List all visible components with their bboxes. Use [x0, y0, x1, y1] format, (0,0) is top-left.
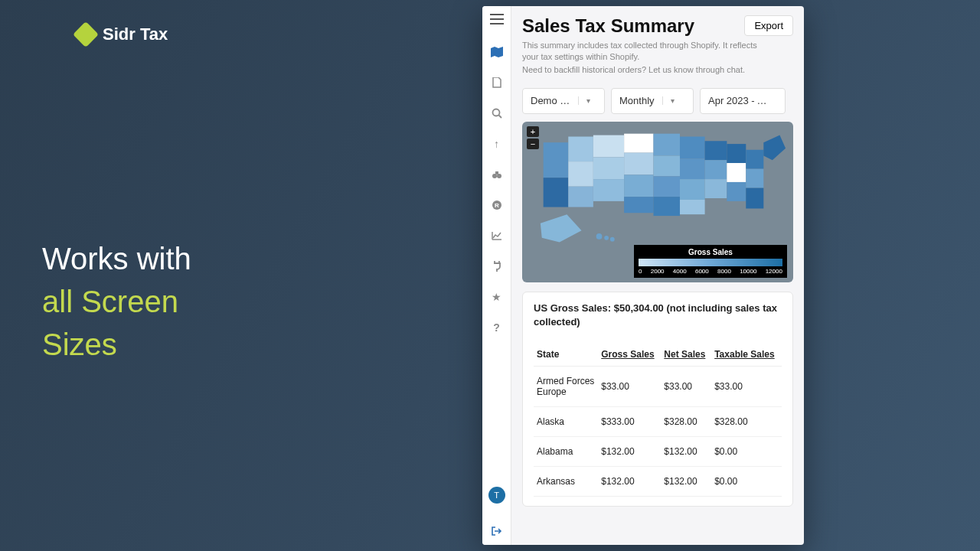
svg-rect-21	[653, 176, 680, 197]
app-viewport: ↑ R ★ ? T Sales Tax Summary Export This …	[482, 6, 804, 545]
svg-rect-26	[680, 200, 705, 214]
sidebar: ↑ R ★ ? T	[482, 6, 511, 545]
svg-point-39	[604, 236, 609, 240]
registered-icon[interactable]: R	[489, 197, 505, 213]
tagline-line1: Works with	[42, 242, 191, 276]
svg-rect-20	[653, 155, 680, 176]
svg-rect-13	[593, 157, 624, 179]
star-icon[interactable]: ★	[489, 289, 505, 305]
avatar[interactable]: T	[488, 487, 505, 504]
svg-rect-25	[680, 179, 705, 200]
svg-rect-7	[544, 142, 569, 178]
help-icon[interactable]: ?	[489, 320, 505, 335]
analytics-icon[interactable]	[489, 228, 505, 243]
search-icon[interactable]	[489, 106, 505, 121]
svg-marker-36	[763, 135, 786, 160]
col-taxable[interactable]: Taxable Sales	[711, 343, 782, 367]
col-net[interactable]: Net Sales	[661, 343, 711, 367]
svg-rect-11	[568, 186, 593, 207]
svg-rect-30	[727, 144, 746, 163]
table-row: Armed Forces Europe $33.00 $33.00 $33.00	[534, 367, 782, 407]
svg-rect-33	[746, 150, 763, 169]
tagline-line3: Sizes	[42, 328, 117, 361]
table-row: Alaska $333.00 $328.00 $328.00	[534, 407, 782, 437]
us-map-card: + −	[522, 122, 793, 282]
summary-card: US Gross Sales: $50,304.00 (not includin…	[522, 292, 793, 507]
store-select[interactable]: Demo (GR… ▾	[522, 88, 605, 114]
svg-point-38	[596, 233, 603, 240]
svg-text:R: R	[495, 202, 499, 209]
filter-bar: Demo (GR… ▾ Monthly ▾ Apr 2023 - Apr 20	[522, 88, 793, 114]
svg-rect-14	[593, 179, 624, 201]
chevron-down-icon: ▾	[578, 96, 598, 105]
svg-rect-34	[746, 168, 763, 187]
page-description: This summary includes tax collected thro…	[522, 40, 775, 64]
map-legend: Gross Sales 0 2000 4000 6000 8000 10000 …	[634, 245, 787, 278]
logout-icon[interactable]	[489, 523, 505, 539]
svg-rect-27	[705, 141, 727, 160]
svg-rect-12	[593, 135, 624, 157]
period-select-label: Monthly	[612, 95, 662, 106]
us-choropleth-map[interactable]	[537, 128, 787, 245]
svg-rect-9	[568, 136, 593, 161]
hamburger-menu-icon[interactable]	[490, 14, 504, 24]
page-title: Sales Tax Summary	[522, 15, 694, 37]
daterange-select[interactable]: Apr 2023 - Apr 20	[700, 88, 786, 114]
period-select[interactable]: Monthly ▾	[611, 88, 694, 114]
svg-rect-23	[680, 136, 705, 158]
svg-rect-17	[624, 174, 653, 197]
store-select-label: Demo (GR…	[523, 95, 578, 106]
export-button[interactable]: Export	[744, 15, 793, 36]
svg-rect-18	[624, 197, 653, 213]
daterange-label: Apr 2023 - Apr 20	[701, 95, 777, 106]
svg-point-0	[492, 109, 499, 116]
col-state: State	[534, 343, 598, 367]
svg-rect-35	[746, 187, 763, 208]
svg-rect-4	[495, 171, 498, 174]
legend-gradient	[639, 259, 782, 266]
svg-line-1	[498, 116, 501, 119]
binoculars-icon[interactable]	[489, 167, 505, 182]
summary-headline: US Gross Sales: $50,304.00 (not includin…	[534, 302, 782, 329]
marketing-tagline: Works with all Screen Sizes	[42, 237, 191, 366]
upload-icon[interactable]: ↑	[489, 136, 505, 152]
svg-rect-10	[568, 161, 593, 187]
svg-rect-29	[705, 179, 727, 198]
svg-rect-19	[653, 133, 680, 155]
table-row: Alabama $132.00 $132.00 $0.00	[534, 437, 782, 467]
map-icon[interactable]	[489, 44, 505, 60]
plug-icon[interactable]	[489, 259, 505, 274]
table-row: Arkansas $132.00 $132.00 $0.00	[534, 467, 782, 497]
document-icon[interactable]	[489, 75, 505, 90]
brand-name: Sidr Tax	[103, 24, 168, 44]
col-gross[interactable]: Gross Sales	[598, 343, 661, 367]
svg-marker-37	[541, 214, 582, 242]
svg-rect-8	[544, 178, 569, 207]
svg-point-40	[610, 237, 615, 242]
main-content: Sales Tax Summary Export This summary in…	[511, 6, 804, 545]
legend-title: Gross Sales	[639, 248, 782, 256]
brand: Sidr Tax	[77, 24, 168, 44]
svg-rect-31	[727, 163, 746, 182]
legend-ticks: 0 2000 4000 6000 8000 10000 12000	[639, 268, 782, 275]
svg-rect-32	[727, 182, 746, 201]
sales-table: State Gross Sales Net Sales Taxable Sale…	[534, 343, 782, 497]
brand-logo-icon	[73, 21, 99, 47]
svg-rect-22	[653, 197, 680, 216]
svg-rect-16	[624, 152, 653, 174]
chevron-down-icon: ▾	[662, 96, 682, 105]
svg-rect-24	[680, 158, 705, 179]
page-description-2: Need to backfill historical orders? Let …	[522, 65, 793, 74]
tagline-line2: all Screen	[42, 285, 178, 318]
svg-rect-28	[705, 160, 727, 179]
svg-rect-15	[624, 133, 653, 152]
